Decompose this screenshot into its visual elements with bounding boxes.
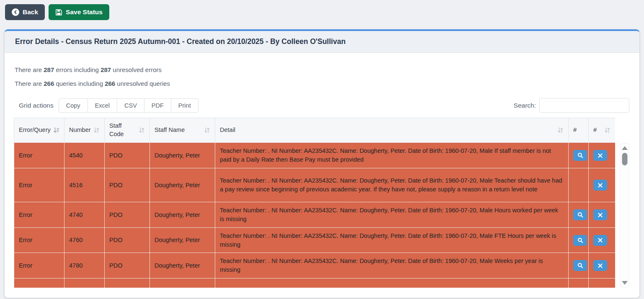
search-icon	[577, 152, 583, 158]
column-header-label: Number	[69, 126, 91, 134]
cell-detail: Teacher Number: . NI Number: AA235432C. …	[215, 228, 569, 253]
column-header-staff-code[interactable]: Staff Code	[105, 118, 150, 143]
error-table-zone: Error/QueryNumberStaff CodeStaff NameDet…	[14, 118, 630, 288]
cell-staff-name: Dougherty, Peter	[150, 253, 215, 278]
column-header-label: #	[573, 126, 577, 134]
page-title: Error Details - Census Return 2025 Autum…	[15, 37, 629, 46]
search-input[interactable]	[539, 98, 629, 113]
column-header-error-query[interactable]: Error/Query	[14, 118, 64, 143]
save-status-button-label: Save Status	[66, 8, 103, 16]
dismiss-error-button[interactable]	[593, 150, 607, 161]
grid-action-csv-button[interactable]: CSV	[117, 98, 144, 113]
cell-number: 4740	[64, 202, 105, 228]
cell-dismiss-action	[589, 143, 616, 168]
search-icon	[577, 212, 583, 218]
save-status-button[interactable]: Save Status	[49, 4, 109, 20]
scrollbar-thumb[interactable]	[622, 153, 628, 165]
grid-action-excel-button[interactable]: Excel	[88, 98, 117, 113]
column-header-label: Detail	[220, 126, 235, 134]
save-icon	[55, 9, 62, 16]
grid-action-copy-button[interactable]: Copy	[59, 98, 88, 113]
dismiss-error-button[interactable]	[593, 209, 607, 220]
table-row: Error4516PDODougherty, PeterTeacher Numb…	[14, 168, 616, 202]
column-header-number[interactable]: Number	[64, 118, 105, 143]
dismiss-error-button[interactable]	[593, 260, 607, 271]
cell-staff-code: PDO	[105, 168, 150, 202]
back-button-label: Back	[23, 8, 38, 16]
dismiss-error-button[interactable]	[593, 180, 607, 191]
queries-summary-text: There are	[15, 80, 44, 87]
column-header-staff-name[interactable]: Staff Name	[150, 118, 215, 143]
table-row: Error4780PDODougherty, PeterTeacher Numb…	[14, 253, 616, 278]
cell-view-action	[569, 168, 589, 202]
column-header-label: #	[593, 126, 597, 134]
table-clip-region: Error/QueryNumberStaff CodeStaff NameDet…	[14, 118, 615, 288]
sort-both-icon	[204, 127, 210, 133]
column-header-action-6[interactable]: #	[589, 118, 616, 143]
cell-staff-code: PDO	[105, 253, 150, 278]
cell-staff-name: Dougherty, Peter	[150, 168, 215, 202]
search-label: Search:	[514, 102, 536, 109]
errors-summary-text3: unresolved errors	[111, 66, 162, 73]
table-row: Error4760PDODougherty, PeterTeacher Numb…	[14, 228, 616, 253]
column-header-label: Error/Query	[19, 126, 51, 134]
cell-view-action	[569, 253, 589, 278]
close-icon	[598, 263, 603, 268]
cell-detail: Teacher Number: . NI Number: AA235432C. …	[215, 278, 569, 288]
close-icon	[598, 183, 603, 188]
dismiss-error-button[interactable]	[593, 235, 607, 246]
view-error-button[interactable]	[573, 150, 587, 161]
cell-detail: Teacher Number: . NI Number: AA235432C. …	[215, 202, 569, 228]
column-header-label: Staff Code	[109, 122, 137, 138]
queries-summary: There are 266 queries including 266 unre…	[15, 80, 630, 87]
table-scrollbar[interactable]	[620, 143, 629, 288]
close-icon	[598, 213, 603, 217]
column-header-label: Staff Name	[155, 126, 185, 134]
cell-staff-name: Dougherty, Peter	[150, 143, 215, 168]
close-icon	[598, 153, 603, 158]
cell-staff-code: PDO	[105, 143, 150, 168]
close-icon	[598, 238, 603, 242]
scroll-down-arrow-icon[interactable]	[622, 281, 628, 285]
errors-summary: There are 287 errors including 287 unres…	[15, 66, 630, 73]
cell-number: 4760	[64, 228, 105, 253]
error-table: Error/QueryNumberStaff CodeStaff NameDet…	[14, 118, 615, 288]
cell-number: 4540	[64, 143, 105, 168]
grid-actions-button-group: CopyExcelCSVPDFPrint	[59, 98, 198, 113]
sort-both-icon	[139, 127, 145, 133]
search-icon	[577, 263, 583, 268]
view-error-button[interactable]	[573, 235, 587, 246]
grid-action-pdf-button[interactable]: PDF	[144, 98, 171, 113]
cell-error-query: Error	[14, 143, 64, 168]
sort-both-icon	[604, 127, 611, 133]
table-row: Error4740PDODougherty, PeterTeacher Numb…	[14, 202, 616, 228]
scroll-up-arrow-icon[interactable]	[622, 146, 628, 150]
cell-staff-code: PDO	[105, 228, 150, 253]
table-header-row: Error/QueryNumberStaff CodeStaff NameDet…	[14, 118, 616, 143]
cell-error-query: Error	[14, 202, 64, 228]
view-error-button[interactable]	[573, 209, 587, 220]
cell-view-action	[569, 143, 589, 168]
column-header-detail[interactable]: Detail	[215, 118, 569, 143]
cell-error-query: Error	[14, 228, 64, 253]
grid-actions-label: Grid actions	[19, 102, 54, 109]
grid-action-print-button[interactable]: Print	[171, 98, 198, 113]
cell-dismiss-action	[589, 168, 616, 202]
panel-header: Error Details - Census Return 2025 Autum…	[5, 31, 639, 53]
errors-summary-text2: errors including	[54, 66, 100, 73]
sort-both-icon	[557, 127, 564, 133]
back-button[interactable]: Back	[5, 4, 45, 20]
cell-staff-name: Dougherty, Peter	[150, 228, 215, 253]
cell-staff-code: PDO	[105, 202, 150, 228]
view-error-button[interactable]	[573, 260, 587, 271]
top-toolbar: Back Save Status	[0, 0, 644, 20]
search-icon	[577, 237, 583, 243]
errors-count: 287	[44, 66, 54, 73]
cell-error-query: Error	[14, 253, 64, 278]
queries-summary-text3: unresolved queries	[115, 80, 170, 87]
cell-detail: Teacher Number: . NI Number: AA235432C. …	[215, 253, 569, 278]
table-row: Teacher Number: . NI Number: AA235432C. …	[14, 278, 616, 288]
table-row: Error4540PDODougherty, PeterTeacher Numb…	[14, 143, 616, 168]
cell-dismiss-action	[589, 202, 616, 228]
cell-error-query: Error	[14, 168, 64, 202]
